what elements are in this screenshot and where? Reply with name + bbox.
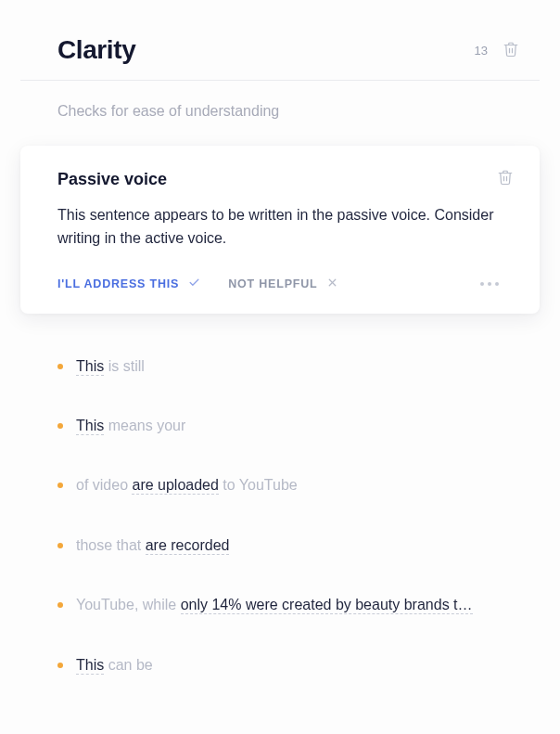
list-item[interactable]: This is still [57, 356, 503, 377]
emphasis-span: This [76, 418, 104, 435]
list-item[interactable]: those that are recorded [57, 535, 503, 556]
highlight-span: are recorded [146, 537, 230, 555]
card-actions: I'LL ADDRESS THIS NOT HELPFUL [57, 277, 503, 291]
list-item[interactable]: of video are uploaded to YouTube [57, 475, 503, 496]
card-body: This sentence appears to be written in t… [57, 204, 503, 251]
list-item-text: YouTube, while only 14% were created by … [76, 595, 473, 615]
list-item-text: This is still [76, 356, 145, 377]
list-item-text: This can be [76, 655, 153, 676]
list-item[interactable]: This means your [57, 416, 503, 436]
bullet-icon [57, 663, 63, 668]
address-label: I'LL ADDRESS THIS [57, 277, 179, 290]
check-icon [188, 277, 200, 291]
dot-icon [480, 282, 484, 286]
address-button[interactable]: I'LL ADDRESS THIS [57, 277, 200, 291]
context-span: YouTube, while [76, 597, 181, 612]
list-item[interactable]: YouTube, while only 14% were created by … [57, 595, 503, 615]
bullet-icon [57, 364, 63, 369]
bullet-icon [57, 602, 63, 608]
highlight-span: only 14% were created by beauty brands t… [181, 597, 473, 614]
trash-icon [503, 40, 519, 61]
header-right: 13 [475, 38, 521, 63]
context-span: those that [76, 537, 146, 553]
dismiss-card-button[interactable] [495, 166, 515, 191]
issue-list: This is stillThis means yourof video are… [20, 356, 540, 676]
trash-icon [497, 168, 514, 189]
list-item-text: This means your [76, 416, 185, 436]
context-span: is still [104, 358, 145, 374]
dot-icon [488, 282, 491, 286]
bullet-icon [57, 543, 63, 548]
list-item-text: those that are recorded [76, 535, 229, 556]
delete-all-button[interactable] [501, 38, 521, 63]
more-options-button[interactable] [477, 278, 503, 290]
close-icon [326, 277, 338, 291]
bullet-icon [57, 423, 63, 429]
card-title: Passive voice [57, 170, 503, 189]
context-span: to YouTube [219, 477, 298, 493]
emphasis-span: This [76, 358, 104, 376]
highlight-span: are uploaded [132, 477, 218, 495]
bullet-icon [57, 483, 63, 488]
not-helpful-label: NOT HELPFUL [228, 277, 317, 290]
list-item-text: of video are uploaded to YouTube [76, 475, 298, 496]
context-span: means your [104, 418, 185, 433]
page-title: Clarity [57, 35, 135, 65]
context-span: can be [104, 657, 152, 673]
context-span: of video [76, 477, 132, 493]
dot-icon [495, 282, 499, 286]
header: Clarity 13 [20, 28, 540, 81]
issue-card: Passive voice This sentence appears to b… [20, 146, 540, 314]
issue-count: 13 [475, 44, 488, 58]
list-item[interactable]: This can be [57, 655, 503, 676]
not-helpful-button[interactable]: NOT HELPFUL [228, 277, 338, 291]
emphasis-span: This [76, 657, 104, 675]
subtitle: Checks for ease of understanding [20, 81, 540, 146]
